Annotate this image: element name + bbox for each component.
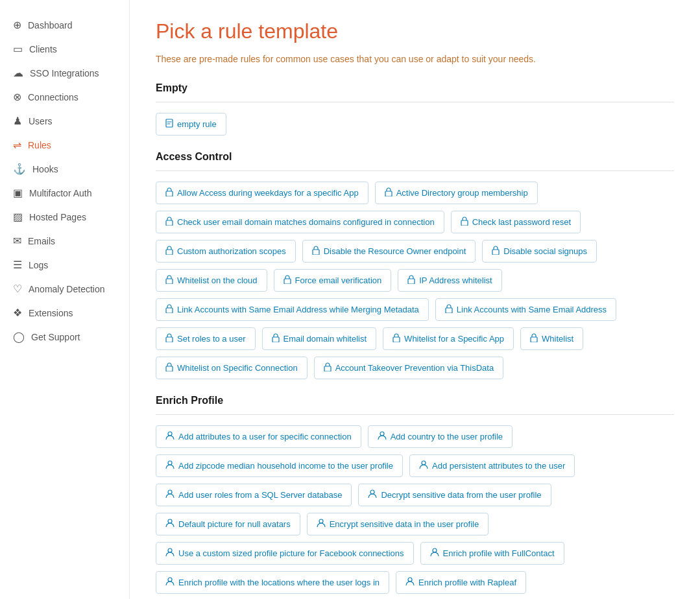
template-btn-whitelist-cloud[interactable]: Whitelist on the cloud: [156, 269, 267, 292]
section-header-access-control: Access Control: [156, 151, 674, 163]
template-btn-decrypt-sensitive[interactable]: Decrypt sensitive data from the user pro…: [358, 484, 551, 506]
template-btn-set-roles[interactable]: Set roles to a user: [156, 327, 256, 350]
template-btn-allow-access-weekdays[interactable]: Allow Access during weekdays for a speci…: [156, 182, 368, 204]
sidebar-item-hooks[interactable]: ⚓Hooks: [0, 157, 129, 181]
template-btn-encrypt-sensitive[interactable]: Encrypt sensitive data in the user profi…: [307, 513, 489, 535]
whitelist-label: Whitelist: [542, 334, 573, 344]
add-country-icon: [378, 431, 387, 442]
template-btn-add-country[interactable]: Add country to the user profile: [368, 425, 513, 448]
logs-icon: ☰: [13, 259, 22, 271]
section-empty: Empty empty rule: [156, 82, 674, 135]
sidebar-item-logs[interactable]: ☰Logs: [0, 253, 129, 277]
svg-point-21: [168, 461, 172, 465]
svg-point-29: [168, 578, 172, 581]
whitelist-specific-app-icon: [392, 333, 400, 344]
enrich-locations-icon: [165, 577, 175, 588]
add-user-roles-sql-label: Add user roles from a SQL Server databas…: [178, 490, 342, 500]
emails-icon: ✉: [13, 235, 21, 247]
add-persistent-attributes-label: Add persistent attributes to the user: [432, 461, 565, 471]
enrich-rapleaf-label: Enrich profile with Rapleaf: [418, 578, 516, 587]
svg-rect-8: [166, 279, 173, 284]
sidebar-item-multifactor[interactable]: ▣Multifactor Auth: [0, 181, 129, 205]
link-accounts-label: Link Accounts with Same Email Address: [457, 305, 607, 314]
template-btn-account-takeover[interactable]: Account Takeover Prevention via ThisData: [314, 357, 504, 379]
sidebar-item-sso[interactable]: ☁SSO Integrations: [0, 61, 129, 85]
template-btn-force-email-verification[interactable]: Force email verification: [274, 269, 392, 292]
link-accounts-merging-icon: [165, 304, 173, 315]
force-email-verification-label: Force email verification: [295, 276, 382, 285]
svg-point-30: [408, 578, 412, 581]
whitelist-specific-connection-label: Whitelist on Specific Connection: [177, 363, 298, 373]
anomaly-icon: ♡: [13, 283, 22, 295]
users-icon: ♟: [13, 115, 22, 127]
template-btn-custom-sized-profile[interactable]: Use a custom sized profile picture for F…: [156, 542, 414, 565]
check-password-reset-label: Check last password reset: [472, 217, 571, 227]
template-btn-active-directory[interactable]: Active Directory group membership: [375, 182, 538, 204]
template-btn-add-user-roles-sql[interactable]: Add user roles from a SQL Server databas…: [156, 484, 352, 506]
section-enrich-profile: Enrich Profile Add attributes to a user …: [156, 395, 674, 594]
template-btn-disable-resource-owner[interactable]: Disable the Resource Owner endpoint: [302, 240, 476, 263]
template-btn-check-email-domain[interactable]: Check user email domain matches domains …: [156, 211, 444, 233]
template-btn-enrich-locations[interactable]: Enrich profile with the locations where …: [156, 571, 389, 594]
sidebar-item-clients[interactable]: ▭Clients: [0, 37, 129, 61]
template-btn-check-password-reset[interactable]: Check last password reset: [451, 211, 581, 233]
sidebar-item-hostedpages[interactable]: ▨Hosted Pages: [0, 205, 129, 229]
template-btn-default-picture[interactable]: Default picture for null avatars: [156, 513, 300, 535]
sidebar-item-extensions[interactable]: ❖Extensions: [0, 301, 129, 325]
template-btn-whitelist[interactable]: Whitelist: [520, 327, 583, 350]
template-btn-ip-address-whitelist[interactable]: IP Address whitelist: [398, 269, 501, 292]
template-btn-email-domain-whitelist[interactable]: Email domain whitelist: [262, 327, 377, 350]
section-header-enrich-profile: Enrich Profile: [156, 395, 674, 406]
enrich-rapleaf-icon: [405, 577, 415, 588]
svg-rect-4: [461, 220, 468, 226]
whitelist-cloud-label: Whitelist on the cloud: [177, 276, 258, 285]
allow-access-weekdays-icon: [165, 187, 173, 198]
svg-point-23: [168, 490, 172, 494]
default-picture-icon: [165, 519, 175, 530]
template-btn-empty-rule[interactable]: empty rule: [156, 113, 226, 135]
template-btn-whitelist-specific-connection[interactable]: Whitelist on Specific Connection: [156, 357, 308, 379]
template-btn-link-accounts[interactable]: Link Accounts with Same Email Address: [435, 298, 616, 321]
template-btn-add-attributes-connection[interactable]: Add attributes to a user for specific co…: [156, 425, 361, 448]
sidebar-item-support[interactable]: ◯Get Support: [0, 325, 129, 349]
clients-icon: ▭: [13, 43, 23, 55]
svg-rect-3: [166, 220, 173, 226]
template-btn-disable-social-signups[interactable]: Disable social signups: [482, 240, 597, 263]
email-domain-whitelist-icon: [272, 333, 280, 344]
rules-icon: ⇌: [13, 139, 21, 151]
sidebar-item-emails[interactable]: ✉Emails: [0, 229, 129, 253]
custom-sized-profile-icon: [165, 548, 175, 559]
template-btn-custom-auth-scopes[interactable]: Custom authorization scopes: [156, 240, 296, 263]
hooks-icon: ⚓: [13, 163, 26, 175]
template-btn-enrich-rapleaf[interactable]: Enrich profile with Rapleaf: [396, 571, 526, 594]
decrypt-sensitive-icon: [368, 489, 377, 500]
sidebar-item-anomaly[interactable]: ♡Anomaly Detection: [0, 277, 129, 301]
enrich-fullcontact-icon: [430, 548, 439, 559]
svg-rect-10: [408, 279, 415, 284]
add-attributes-connection-icon: [165, 431, 175, 442]
svg-rect-6: [313, 250, 319, 255]
sidebar-label-rules: Rules: [28, 140, 51, 150]
sso-icon: ☁: [13, 67, 23, 79]
template-btn-whitelist-specific-app[interactable]: Whitelist for a Specific App: [383, 327, 514, 350]
disable-resource-owner-icon: [312, 246, 320, 257]
template-btn-link-accounts-merging[interactable]: Link Accounts with Same Email Address wh…: [156, 298, 429, 321]
sidebar-label-hooks: Hooks: [32, 164, 58, 174]
connections-icon: ⊗: [13, 91, 21, 103]
add-persistent-attributes-icon: [419, 460, 428, 471]
sidebar-item-connections[interactable]: ⊗Connections: [0, 85, 129, 109]
template-grid-empty: empty rule: [156, 113, 674, 135]
template-btn-add-persistent-attributes[interactable]: Add persistent attributes to the user: [409, 454, 575, 477]
svg-rect-7: [492, 250, 499, 255]
sidebar-label-sso: SSO Integrations: [30, 68, 99, 78]
template-btn-enrich-fullcontact[interactable]: Enrich profile with FullContact: [420, 542, 564, 565]
check-email-domain-icon: [165, 217, 173, 228]
disable-social-signups-icon: [492, 246, 500, 257]
sidebar-item-users[interactable]: ♟Users: [0, 109, 129, 133]
sidebar-item-dashboard[interactable]: ⊕Dashboard: [0, 13, 129, 37]
sidebar-item-rules[interactable]: ⇌Rules: [0, 133, 129, 157]
account-takeover-label: Account Takeover Prevention via ThisData: [335, 363, 494, 373]
template-btn-add-zipcode[interactable]: Add zipcode median household income to t…: [156, 454, 403, 477]
section-access-control: Access Control Allow Access during weekd…: [156, 151, 674, 379]
sidebar: ⊕Dashboard▭Clients☁SSO Integrations⊗Conn…: [0, 0, 130, 599]
